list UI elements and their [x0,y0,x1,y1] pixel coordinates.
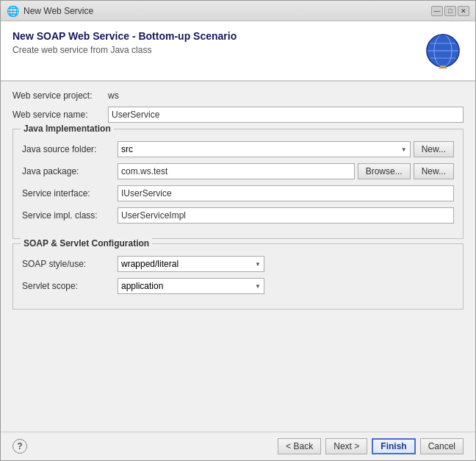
bottom-bar: ? < Back Next > Finish Cancel [1,432,475,460]
web-service-project-row: Web service project: ws [12,90,464,101]
web-service-name-input[interactable] [108,107,464,123]
service-impl-input[interactable] [118,207,454,224]
java-source-folder-row: Java source folder: src New... [22,141,454,157]
title-bar: 🌐 New Web Service — □ ✕ [1,1,475,21]
web-service-name-label: Web service name: [12,110,108,120]
svg-rect-7 [439,68,447,68]
header-icon-container [422,30,464,71]
java-source-folder-select[interactable]: src [118,142,410,157]
back-button[interactable]: < Back [278,438,321,454]
java-package-controls: Browse... New... [118,163,454,179]
soap-style-select[interactable]: wrapped/literal document/literal rpc/enc… [118,257,264,271]
soap-style-dropdown[interactable]: wrapped/literal document/literal rpc/enc… [118,256,264,272]
soap-style-label: SOAP style/use: [22,259,118,269]
service-impl-label: Service impl. class: [22,210,118,221]
form-section: Web service project: ws Web service name… [1,82,475,432]
java-source-folder-new-button[interactable]: New... [414,141,454,157]
svg-rect-6 [440,65,446,68]
web-service-name-row: Web service name: [12,107,464,123]
minimize-button[interactable]: — [431,6,443,16]
java-package-new-button[interactable]: New... [414,163,454,179]
java-package-browse-button[interactable]: Browse... [358,163,411,179]
java-source-folder-dropdown[interactable]: src [118,141,411,157]
cancel-button[interactable]: Cancel [420,438,464,454]
wizard-title: New SOAP Web Service - Bottom-up Scenari… [12,30,422,42]
globe-icon [425,33,461,68]
web-service-project-label: Web service project: [12,90,108,101]
header-text: New SOAP Web Service - Bottom-up Scenari… [12,30,422,55]
java-package-label: Java package: [22,166,118,176]
title-bar-controls: — □ ✕ [431,6,469,16]
maximize-button[interactable]: □ [444,6,456,16]
java-package-input[interactable] [118,163,355,179]
service-impl-row: Service impl. class: [22,207,454,224]
title-bar-icon: 🌐 [7,5,19,17]
help-button[interactable]: ? [12,439,27,454]
title-bar-label: New Web Service [24,6,93,16]
next-button[interactable]: Next > [325,438,367,454]
servlet-scope-label: Servlet scope: [22,281,118,291]
service-interface-label: Service interface: [22,188,118,199]
java-impl-group: Java Implementation Java source folder: … [12,129,464,239]
servlet-scope-select[interactable]: application request session [118,279,264,293]
servlet-scope-dropdown[interactable]: application request session [118,278,264,294]
java-impl-label: Java Implementation [21,124,114,134]
help-button-container: ? [12,439,27,454]
finish-button[interactable]: Finish [372,438,415,454]
soap-config-label: SOAP & Servlet Configuration [21,238,152,249]
close-button[interactable]: ✕ [458,6,469,16]
main-window: 🌐 New Web Service — □ ✕ New SOAP Web Ser… [0,0,476,461]
header-section: New SOAP Web Service - Bottom-up Scenari… [1,21,475,81]
soap-config-group: SOAP & Servlet Configuration SOAP style/… [12,243,464,310]
service-interface-input[interactable] [118,185,454,201]
web-service-project-value: ws [108,90,119,101]
java-source-folder-label: Java source folder: [22,144,118,154]
wizard-subtitle: Create web service from Java class [12,45,422,55]
servlet-scope-row: Servlet scope: application request sessi… [22,278,454,294]
java-source-folder-controls: src New... [118,141,454,157]
java-package-row: Java package: Browse... New... [22,163,454,179]
service-interface-row: Service interface: [22,185,454,201]
soap-style-row: SOAP style/use: wrapped/literal document… [22,256,454,272]
